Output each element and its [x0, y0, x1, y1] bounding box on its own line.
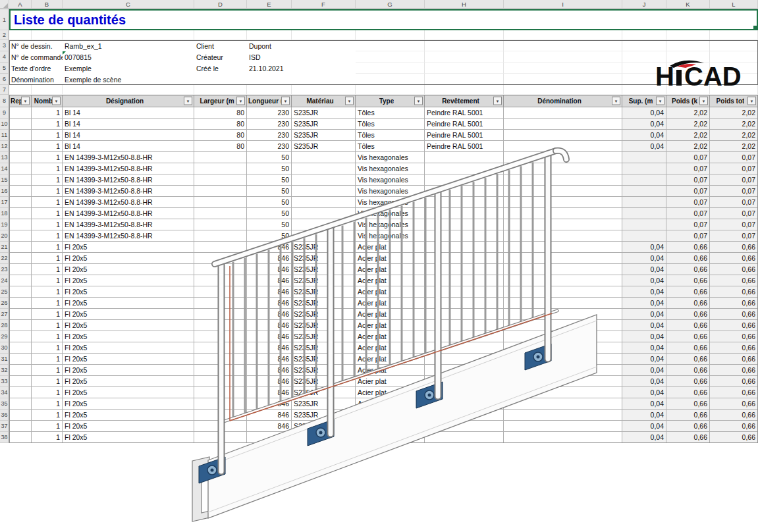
cell[interactable] — [425, 152, 504, 163]
cell[interactable]: 1 — [32, 119, 63, 130]
cell[interactable] — [9, 275, 32, 286]
cell[interactable] — [9, 174, 32, 186]
cell[interactable]: 846 — [247, 398, 292, 410]
cell[interactable] — [194, 286, 247, 298]
cell[interactable] — [504, 286, 622, 298]
row-number[interactable]: 7 — [0, 85, 9, 95]
cell[interactable] — [292, 208, 356, 219]
cell[interactable] — [425, 342, 504, 354]
cell[interactable] — [194, 421, 247, 432]
cell[interactable]: 1 — [32, 264, 63, 275]
cell[interactable] — [504, 342, 622, 354]
row-number[interactable]: 8 — [0, 95, 9, 107]
cell[interactable]: 0,66 — [710, 421, 758, 432]
cell[interactable]: 0,07 — [666, 186, 710, 197]
cell[interactable] — [9, 141, 32, 152]
cell[interactable]: 846 — [247, 365, 292, 376]
cell[interactable]: 1 — [32, 242, 63, 253]
row-number[interactable]: 34 — [0, 387, 9, 398]
row-number[interactable]: 35 — [0, 398, 9, 410]
column-header-largeur-m[interactable]: Largeur (m▼ — [194, 95, 247, 107]
cell[interactable] — [622, 208, 666, 219]
cell[interactable] — [9, 197, 32, 208]
cell[interactable]: S235JR — [292, 354, 356, 365]
column-header-mat-riau[interactable]: Matériau▼ — [292, 95, 356, 107]
cell[interactable] — [292, 152, 356, 163]
cell[interactable]: 1 — [32, 342, 63, 354]
cell[interactable]: Acier plat — [356, 432, 425, 443]
empty-cell[interactable] — [63, 85, 194, 95]
cell[interactable] — [425, 387, 504, 398]
cell[interactable]: 0,04 — [622, 376, 666, 387]
cell[interactable] — [425, 197, 504, 208]
cell[interactable]: 0,66 — [710, 253, 758, 264]
filter-dropdown-icon[interactable]: ▼ — [414, 97, 423, 105]
cell[interactable] — [622, 186, 666, 197]
empty-cell[interactable] — [292, 30, 356, 40]
row-number[interactable]: 13 — [0, 152, 9, 163]
meta-label-order-no[interactable]: N° de commande — [9, 51, 63, 63]
cell[interactable]: 2,02 — [710, 107, 758, 119]
filter-dropdown-icon[interactable]: ▼ — [345, 97, 354, 105]
cell[interactable]: EN 14399-3-M12x50-8.8-HR — [63, 174, 194, 186]
cell[interactable] — [425, 174, 504, 186]
column-header-longueur-m[interactable]: Longueur (m▼ — [247, 95, 292, 107]
cell[interactable]: Vis hexagonales — [356, 186, 425, 197]
row-number[interactable]: 10 — [0, 119, 9, 130]
cell[interactable]: Fl 20x5 — [63, 376, 194, 387]
meta-value-client[interactable]: Dupont — [247, 40, 356, 51]
cell[interactable] — [504, 432, 622, 443]
cell[interactable] — [9, 264, 32, 275]
row-number[interactable]: 21 — [0, 242, 9, 253]
empty-cell[interactable] — [356, 30, 425, 40]
column-header-nomb[interactable]: Nomb▼ — [32, 95, 63, 107]
select-all-corner[interactable] — [0, 0, 9, 9]
cell[interactable]: 1 — [32, 186, 63, 197]
cell[interactable]: Acier plat — [356, 398, 425, 410]
cell[interactable]: S235JR — [292, 331, 356, 342]
cell[interactable]: Acier plat — [356, 264, 425, 275]
column-letter-i[interactable]: I — [504, 0, 622, 9]
cell[interactable] — [194, 230, 247, 242]
cell[interactable]: Fl 20x5 — [63, 264, 194, 275]
filter-dropdown-icon[interactable]: ▼ — [612, 97, 620, 105]
filter-dropdown-icon[interactable]: ▼ — [281, 97, 290, 105]
cell[interactable]: Fl 20x5 — [63, 410, 194, 421]
cell[interactable]: 0,04 — [622, 421, 666, 432]
cell[interactable]: 50 — [247, 152, 292, 163]
cell[interactable] — [504, 197, 622, 208]
cell[interactable] — [194, 342, 247, 354]
cell[interactable] — [194, 219, 247, 230]
column-letter-l[interactable]: L — [710, 0, 758, 9]
cell[interactable] — [292, 230, 356, 242]
cell[interactable] — [9, 230, 32, 242]
cell[interactable] — [194, 410, 247, 421]
cell[interactable]: 0,66 — [666, 354, 710, 365]
row-number[interactable]: 6 — [0, 74, 9, 85]
cell[interactable] — [9, 342, 32, 354]
cell[interactable] — [425, 331, 504, 342]
cell[interactable]: 1 — [32, 130, 63, 141]
row-number[interactable]: 25 — [0, 286, 9, 298]
cell[interactable]: Acier plat — [356, 331, 425, 342]
cell[interactable]: 846 — [247, 242, 292, 253]
cell[interactable]: EN 14399-3-M12x50-8.8-HR — [63, 186, 194, 197]
cell[interactable]: EN 14399-3-M12x50-8.8-HR — [63, 163, 194, 174]
cell[interactable] — [622, 152, 666, 163]
cell[interactable]: Fl 20x5 — [63, 398, 194, 410]
cell[interactable]: 846 — [247, 410, 292, 421]
cell[interactable]: 0,04 — [622, 242, 666, 253]
cell[interactable]: S235JR — [292, 253, 356, 264]
cell[interactable]: 846 — [247, 387, 292, 398]
row-number[interactable]: 31 — [0, 354, 9, 365]
empty-cell[interactable] — [504, 40, 622, 51]
cell[interactable]: EN 14399-3-M12x50-8.8-HR — [63, 230, 194, 242]
cell[interactable] — [9, 421, 32, 432]
cell[interactable] — [504, 107, 622, 119]
row-number[interactable]: 14 — [0, 163, 9, 174]
cell[interactable] — [292, 186, 356, 197]
cell[interactable]: 846 — [247, 298, 292, 309]
cell[interactable]: 0,66 — [666, 376, 710, 387]
cell[interactable]: S235JR — [292, 398, 356, 410]
cell[interactable]: Acier plat — [356, 298, 425, 309]
